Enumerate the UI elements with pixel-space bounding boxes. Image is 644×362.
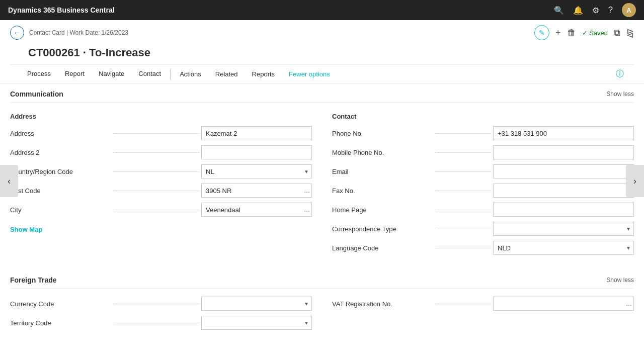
mobile-input[interactable] (493, 145, 634, 159)
back-button[interactable]: ← (10, 26, 24, 40)
vat-label: VAT Registration No. (332, 300, 433, 308)
field-row-correspondence: Correspondence Type ▼ (332, 222, 634, 236)
address-contact-columns: Address Address Address 2 Country/Region… (10, 111, 634, 260)
mobile-label: Mobile Phone No. (332, 149, 433, 156)
menu-item-process[interactable]: Process (20, 65, 58, 83)
foreign-trade-left: Currency Code ▼ Territory Code (10, 297, 312, 335)
header-actions: ✎ + 🗑 ✓ Saved ⧉ ⧎ (534, 25, 634, 40)
email-dots (435, 171, 491, 172)
homepage-input[interactable] (493, 203, 634, 217)
menu-item-actions[interactable]: Actions (173, 65, 208, 83)
field-row-address: Address (10, 126, 312, 140)
foreign-trade-columns: Currency Code ▼ Territory Code (10, 297, 634, 335)
address-column: Address Address Address 2 Country/Region… (10, 111, 312, 260)
bell-icon[interactable]: 🔔 (573, 6, 583, 15)
primary-menu-group: Process Report Navigate Contact (20, 65, 168, 83)
menu-item-report[interactable]: Report (58, 65, 92, 83)
spacer (10, 260, 634, 270)
field-row-country: Country/Region Code NL ▼ (10, 164, 312, 178)
email-input[interactable] (493, 164, 634, 178)
postcode-input[interactable] (201, 184, 312, 198)
language-dots (435, 248, 491, 248)
currency-dots (113, 304, 199, 304)
language-select[interactable]: NLD (493, 241, 634, 255)
foreign-trade-title: Foreign Trade (10, 276, 57, 284)
territory-select[interactable] (201, 316, 312, 330)
saved-status: ✓ Saved (582, 29, 608, 37)
currency-select-wrapper: ▼ (201, 297, 312, 311)
delete-button[interactable]: 🗑 (567, 28, 576, 38)
record-title: CT000261 · To-Increase (10, 44, 634, 64)
country-dots (113, 171, 199, 172)
communication-show-less[interactable]: Show less (606, 90, 634, 98)
foreign-trade-show-less[interactable]: Show less (606, 277, 634, 284)
currency-select[interactable] (201, 297, 312, 311)
help-icon[interactable]: ? (608, 6, 613, 15)
city-label: City (10, 206, 111, 214)
correspondence-select[interactable] (493, 222, 634, 236)
postcode-label: Post Code (10, 187, 111, 195)
address-input[interactable] (201, 126, 312, 140)
menu-item-related[interactable]: Related (208, 65, 245, 83)
search-icon[interactable]: 🔍 (554, 6, 564, 15)
page-container: ← Contact Card | Work Date: 1/26/2023 ✎ … (0, 20, 644, 362)
user-avatar[interactable]: A (622, 3, 636, 17)
content-area: Communication Show less Address Address … (0, 84, 644, 362)
vat-input[interactable] (493, 297, 634, 311)
secondary-menu-group: Actions Related Reports Fewer options (173, 65, 337, 83)
country-select[interactable]: NL (201, 164, 312, 178)
settings-icon[interactable]: ⚙ (592, 6, 599, 15)
city-input[interactable] (201, 203, 312, 217)
city-dots (113, 210, 199, 210)
contact-sub-header: Contact (332, 113, 634, 120)
field-row-homepage: Home Page (332, 203, 634, 217)
fax-input[interactable] (493, 184, 634, 198)
field-row-language: Language Code NLD ▼ (332, 241, 634, 255)
field-row-currency: Currency Code ▼ (10, 297, 312, 311)
phone-dots (435, 133, 491, 134)
menu-item-navigate[interactable]: Navigate (92, 65, 131, 83)
info-icon[interactable]: ⓘ (616, 69, 624, 79)
top-bar-icons: 🔍 🔔 ⚙ ? A (554, 3, 636, 17)
show-map-link[interactable]: Show Map (10, 226, 42, 233)
add-button[interactable]: + (555, 28, 561, 38)
field-row-city: City … (10, 203, 312, 217)
next-arrow[interactable]: › (626, 165, 644, 197)
address-dots (113, 133, 199, 134)
fewer-options-link[interactable]: Fewer options (282, 65, 337, 83)
open-in-new-icon[interactable]: ⧉ (614, 28, 620, 38)
field-row-email: Email (332, 164, 634, 178)
top-navigation-bar: Dynamics 365 Business Central 🔍 🔔 ⚙ ? A (0, 0, 644, 20)
field-row-vat: VAT Registration No. … (332, 297, 634, 311)
field-row-address2: Address 2 (10, 145, 312, 159)
address2-dots (113, 152, 199, 153)
previous-arrow[interactable]: ‹ (0, 165, 18, 197)
menu-item-contact[interactable]: Contact (131, 65, 168, 83)
field-row-territory: Territory Code ▼ (10, 316, 312, 330)
language-select-wrapper: NLD ▼ (493, 241, 634, 255)
collapse-icon[interactable]: ⧎ (626, 27, 634, 38)
phone-input[interactable] (493, 126, 634, 140)
edit-button[interactable]: ✎ (534, 25, 549, 40)
address2-input[interactable] (201, 145, 312, 159)
app-title: Dynamics 365 Business Central (8, 6, 554, 14)
address-sub-header: Address (10, 113, 312, 120)
vat-wrapper: … (493, 297, 634, 311)
menu-separator (170, 69, 171, 79)
mobile-dots (435, 152, 491, 153)
foreign-trade-section-header: Foreign Trade Show less (10, 270, 634, 289)
vat-dots (435, 304, 491, 304)
homepage-label: Home Page (332, 206, 433, 214)
correspondence-label: Correspondence Type (332, 225, 433, 233)
language-label: Language Code (332, 244, 433, 252)
country-select-wrapper: NL ▼ (201, 164, 312, 178)
foreign-trade-right: VAT Registration No. … (332, 297, 634, 335)
email-label: Email (332, 168, 433, 175)
field-row-mobile: Mobile Phone No. (332, 145, 634, 159)
communication-section-header: Communication Show less (10, 84, 634, 103)
page-header: ← Contact Card | Work Date: 1/26/2023 ✎ … (0, 20, 644, 84)
menu-item-reports[interactable]: Reports (245, 65, 282, 83)
communication-title: Communication (10, 90, 63, 98)
menu-bar: Process Report Navigate Contact Actions … (10, 64, 634, 83)
fax-dots (435, 191, 491, 191)
